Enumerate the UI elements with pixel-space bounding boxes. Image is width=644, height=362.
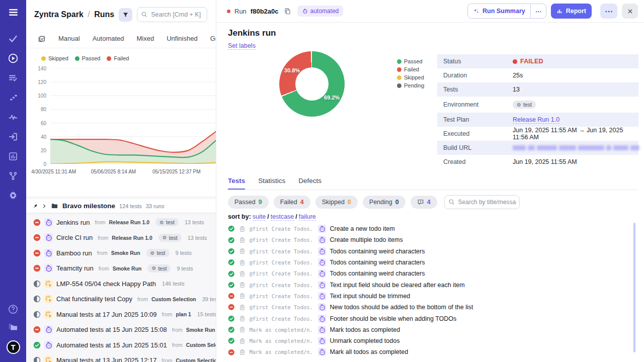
run-summary-more-button[interactable]: ⋯ — [530, 4, 546, 18]
run-plan-name: Smoke Run — [111, 250, 140, 256]
run-summary-button[interactable]: Run Summary ⋯ — [467, 4, 546, 19]
app-logo-icon[interactable]: T — [7, 340, 20, 354]
tests-search-input[interactable] — [444, 195, 520, 209]
tab-tests[interactable]: Tests — [228, 177, 245, 190]
sidebar-item-plans[interactable] — [8, 73, 18, 83]
donut-legend-item-passed[interactable]: Passed — [397, 57, 424, 65]
run-row[interactable]: LMP-554 05/04 check Happy Path 146 tests — [26, 276, 216, 292]
x-axis-tick: 05/15/2025 12:37 PM — [152, 169, 201, 174]
milestone-name[interactable]: Bravo milestone — [62, 202, 115, 210]
select-all-icon[interactable] — [38, 35, 46, 43]
run-from-label: from — [97, 250, 108, 256]
run-row[interactable]: Bamboo run from Smoke Run ⚙test 9 tests — [26, 245, 216, 261]
run-row[interactable]: Automated tests at 15 Jun 2025 15:01 fro… — [26, 337, 216, 353]
sort-by-testcase[interactable]: testcase — [271, 213, 294, 221]
run-row[interactable]: Manual tests at 17 Jun 2025 10:09 from p… — [26, 307, 216, 322]
donut-legend-item-pending[interactable]: Pending — [397, 81, 424, 89]
test-row[interactable]: @first Create Todos... Create a new todo… — [228, 223, 634, 234]
filter-pill-pending[interactable]: Pending 0 — [363, 196, 406, 209]
test-row[interactable]: Mark as completed/n... Unmark completed … — [228, 335, 634, 346]
legend-item-failed[interactable]: Failed — [107, 55, 129, 61]
sidebar-item-runs[interactable] — [8, 53, 18, 63]
y-axis-tick: 60 — [26, 121, 46, 126]
run-row[interactable]: Automated tests at 15 Jun 2025 15:08 fro… — [26, 322, 216, 338]
filter-pill-passed[interactable]: Passed 9 — [228, 196, 269, 209]
runs-tab-manual[interactable]: Manual — [58, 35, 80, 42]
sidebar-item-reports[interactable] — [8, 151, 18, 161]
test-row[interactable]: Mark as completed/n... Mark all todos as… — [228, 346, 634, 357]
close-run-button[interactable] — [622, 4, 638, 19]
run-plan-name: Custom Selection — [151, 296, 196, 302]
test-row[interactable]: @first Create Todos... Text input should… — [228, 291, 634, 302]
sidebar-item-analytics[interactable] — [8, 112, 18, 122]
chevron-right-icon[interactable] — [42, 204, 47, 209]
sidebar-item-steps[interactable] — [8, 93, 18, 103]
test-status-passed-icon — [228, 225, 235, 232]
sort-by-suite[interactable]: suite — [253, 213, 266, 221]
donut-legend-item-skipped[interactable]: Skipped — [397, 73, 424, 81]
filter-pill-failed[interactable]: Failed 4 — [274, 196, 310, 209]
automated-badge[interactable]: automated — [297, 6, 344, 17]
test-row[interactable]: Mark as completed/n... Mark todos as com… — [228, 324, 634, 335]
sidebar-item-tests[interactable] — [8, 34, 18, 44]
legend-item-skipped[interactable]: Skipped — [41, 55, 68, 61]
set-labels-link[interactable]: Set labels — [228, 42, 256, 50]
test-status-passed-icon — [228, 315, 235, 322]
legend-item-passed[interactable]: Passed — [75, 55, 101, 61]
comments-filter-pill[interactable]: 4 — [411, 196, 437, 209]
filter-button[interactable] — [119, 8, 132, 22]
runs-tab-unfinished[interactable]: Unfinished — [167, 35, 197, 42]
robot-icon — [302, 8, 308, 14]
tab-statistics[interactable]: Statistics — [258, 177, 285, 190]
runs-panel: Zyntra Spark / Runs ManualAutomatedMixed… — [26, 0, 216, 362]
donut-legend-item-failed[interactable]: Failed — [397, 65, 424, 73]
sidebar-item-projects[interactable] — [8, 322, 18, 332]
test-status-failed-icon — [228, 304, 235, 311]
sort-separator: / — [267, 213, 269, 220]
run-row[interactable]: Teamcity run from Smoke Run ⚙test 9 test… — [26, 261, 216, 277]
report-button[interactable]: Report — [551, 4, 592, 19]
filter-pill-skipped[interactable]: Skipped 0 — [315, 196, 358, 209]
sidebar-item-branches[interactable] — [8, 171, 18, 181]
tab-defects[interactable]: Defects — [298, 177, 321, 190]
chart-legend: Skipped Passed Failed — [41, 55, 129, 61]
run-row[interactable]: Manual tests at 13 Jun 2025 12:17 from C… — [26, 353, 216, 362]
copy-icon[interactable] — [284, 8, 291, 15]
clipboard-icon — [239, 248, 246, 254]
menu-icon — [8, 7, 19, 18]
test-row[interactable]: @first Create Todos... Text input field … — [228, 279, 634, 290]
run-row[interactable]: Jenkins run from Release Run 1.0 ⚙test 1… — [26, 215, 216, 230]
test-row[interactable]: @first Create Todos... Todos containing … — [228, 257, 634, 268]
test-row[interactable]: @first Create Todos... New todos should … — [228, 302, 634, 313]
sidebar-item-settings[interactable] — [8, 191, 18, 201]
manual-run-icon — [44, 310, 53, 319]
sidebar-item-help[interactable] — [8, 304, 18, 314]
run-row[interactable]: Circle CI run from Release Run 1.0 ⚙test… — [26, 230, 216, 246]
sidebar-item-menu[interactable] — [8, 7, 19, 18]
pin-icon[interactable] — [32, 203, 38, 209]
milestone-row[interactable]: Bravo milestone 124 tests 33 runs — [26, 199, 216, 213]
detail-row: Tests 13 — [437, 82, 638, 97]
test-row[interactable]: @first Create Todos... Create multiple t… — [228, 234, 634, 245]
sort-by-failure[interactable]: failure — [299, 213, 316, 221]
test-row[interactable]: @first Create Todos... Todos containing … — [228, 246, 634, 257]
manual-run-icon — [44, 295, 53, 303]
test-row[interactable]: @first Create Todos... Todos containing … — [228, 268, 634, 279]
automated-test-icon — [318, 281, 326, 289]
runs-search-input[interactable] — [137, 7, 207, 22]
runs-tab-mixed[interactable]: Mixed — [137, 35, 154, 42]
test-status-passed-icon — [228, 259, 235, 266]
test-title: Text input field should be cleared after… — [330, 282, 465, 289]
runs-tab-groups[interactable]: Groups — [210, 35, 216, 42]
automated-test-icon — [318, 315, 326, 323]
tests-scrollbar[interactable] — [633, 223, 635, 352]
clipboard-icon — [239, 304, 246, 311]
breadcrumb-project[interactable]: Zyntra Spark — [34, 10, 84, 19]
runs-tab-automated[interactable]: Automated — [93, 35, 124, 42]
sidebar-item-import[interactable] — [8, 132, 18, 142]
run-row[interactable]: Chat functinality test Copy from Custom … — [26, 292, 216, 307]
test-row[interactable]: @first Create Todos... Footer should be … — [228, 313, 634, 324]
more-actions-button[interactable]: ⋯ — [600, 4, 617, 19]
test-suite-name: @first Create Todos... — [250, 293, 314, 299]
test-plan-link[interactable]: Release Run 1.0 — [513, 116, 559, 124]
